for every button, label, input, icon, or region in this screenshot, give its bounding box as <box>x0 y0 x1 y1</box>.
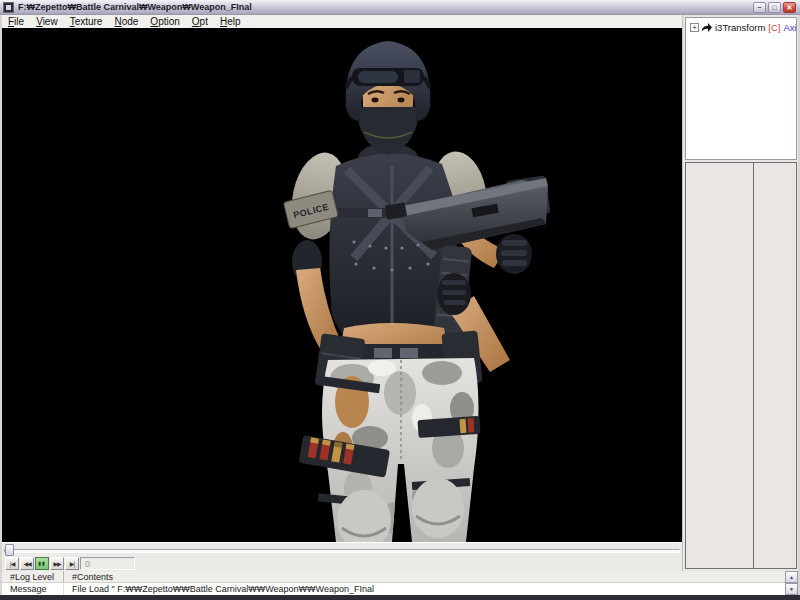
property-column-divider <box>753 163 754 568</box>
window-controls: – □ ✕ <box>753 2 796 13</box>
menu-view[interactable]: View <box>30 15 64 28</box>
app-icon <box>3 2 14 13</box>
close-button[interactable]: ✕ <box>783 2 796 13</box>
go-first-button[interactable]: |◀ <box>5 557 19 570</box>
log-level-column-header: #Log Level <box>2 571 64 582</box>
transform-node-icon <box>702 23 712 33</box>
transport-controls: |◀ ◀◀ ▮▮ ▶▶ ▶| <box>2 556 682 571</box>
character-model: POLICE <box>2 28 682 542</box>
expand-toggle[interactable]: + <box>690 23 699 32</box>
pause-button[interactable]: ▮▮ <box>35 557 49 570</box>
tree-node-i3transform[interactable]: + i3Transform [C] AxisRotate <box>686 18 796 33</box>
menu-node[interactable]: Node <box>108 15 144 28</box>
log-message-level: Message <box>2 583 64 595</box>
next-frame-button[interactable]: ▶▶ <box>50 557 64 570</box>
log-header-row: #Log Level #Contents <box>2 571 798 583</box>
go-last-button[interactable]: ▶| <box>65 557 79 570</box>
log-panel: #Log Level #Contents Message File Load "… <box>2 571 798 595</box>
timeline-track[interactable] <box>4 549 680 553</box>
window-bottom-edge <box>0 595 800 600</box>
menu-bar: File View Texture Node Option Opt Help <box>2 15 682 28</box>
log-contents-column-header: #Contents <box>64 572 798 582</box>
node-name: i3Transform <box>715 22 765 33</box>
log-message-contents: File Load " F:₩₩Zepetto₩₩Battle Carnival… <box>64 584 798 594</box>
menu-texture[interactable]: Texture <box>64 15 109 28</box>
right-panel: + i3Transform [C] AxisRotate <box>682 15 798 571</box>
prev-frame-button[interactable]: ◀◀ <box>20 557 34 570</box>
node-controller[interactable]: AxisRotate <box>783 22 797 33</box>
timeline-thumb[interactable] <box>5 544 14 556</box>
window-title: F:₩Zepetto₩Battle Carnival₩Weapon₩Weapon… <box>18 2 753 12</box>
log-scroll-down-button[interactable]: ▼ <box>785 583 798 595</box>
menu-opt[interactable]: Opt <box>186 15 214 28</box>
timeline-slider[interactable] <box>2 542 682 556</box>
frame-number-field[interactable] <box>80 557 135 570</box>
node-class-tag: [C] <box>768 22 780 33</box>
menu-option[interactable]: Option <box>144 15 185 28</box>
scene-tree[interactable]: + i3Transform [C] AxisRotate <box>685 17 797 160</box>
property-panel[interactable] <box>685 162 797 569</box>
title-bar[interactable]: F:₩Zepetto₩Battle Carnival₩Weapon₩Weapon… <box>0 0 800 15</box>
maximize-button[interactable]: □ <box>768 2 781 13</box>
minimize-button[interactable]: – <box>753 2 766 13</box>
log-scroll-buttons: ▲ ▼ <box>784 571 798 595</box>
menu-file[interactable]: File <box>2 15 30 28</box>
viewport-3d[interactable]: POLICE <box>2 28 682 542</box>
menu-help[interactable]: Help <box>214 15 247 28</box>
app-window: F:₩Zepetto₩Battle Carnival₩Weapon₩Weapon… <box>0 0 800 600</box>
log-message-row[interactable]: Message File Load " F:₩₩Zepetto₩₩Battle … <box>2 583 798 595</box>
log-scroll-up-button[interactable]: ▲ <box>785 571 798 583</box>
